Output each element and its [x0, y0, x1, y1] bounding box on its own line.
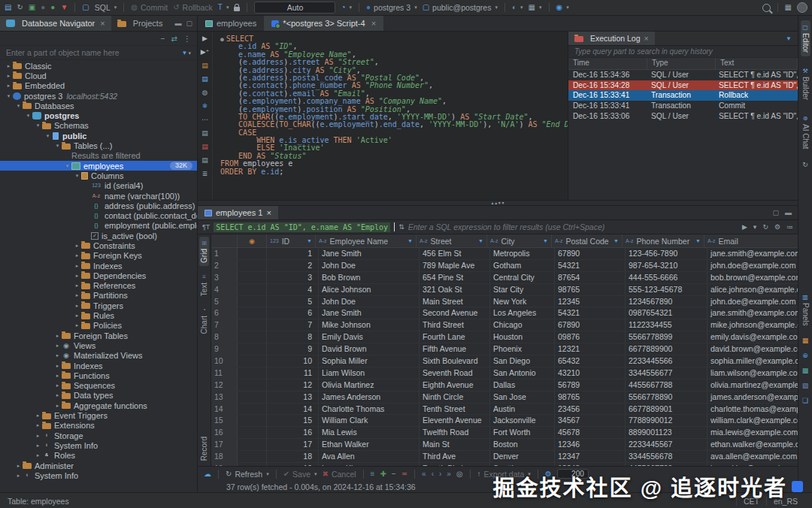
- cell-id[interactable]: 11: [267, 367, 319, 379]
- cell-email[interactable]: jane.smith@example.com: [707, 307, 798, 319]
- row-marker-header[interactable]: ◉: [238, 234, 267, 247]
- presentation-icon[interactable]: ◐▾: [512, 3, 523, 12]
- tree-item-postgres-3[interactable]: ▾postgres 3localhost:5432: [0, 91, 197, 101]
- tree-item-constraints[interactable]: ▸Constraints: [0, 240, 197, 250]
- tab-database-navigator[interactable]: Database Navigator ×: [0, 16, 111, 31]
- tree-item-foreign-keys[interactable]: ▸Foreign Keys: [0, 251, 197, 261]
- cell-street[interactable]: Fourth Lane: [420, 331, 490, 343]
- twistie-icon[interactable]: ▸: [73, 283, 81, 289]
- twistie-icon[interactable]: ▸: [34, 452, 42, 458]
- cell-city[interactable]: Phoenix: [490, 343, 555, 355]
- cell-city[interactable]: Star City: [490, 284, 555, 295]
- twistie-icon[interactable]: ▸: [73, 303, 81, 309]
- minimize-icon[interactable]: ▬: [174, 20, 181, 27]
- cell-street[interactable]: Ninth Circle: [420, 392, 490, 403]
- collapse-all-icon[interactable]: −: [161, 35, 165, 43]
- tree-item-rules[interactable]: ▸Rules: [0, 310, 197, 320]
- tree-item-col-contact[interactable]: {}contact (public.contact_details): [0, 210, 197, 220]
- cell-email[interactable]: james.anderson@example.com: [707, 392, 798, 403]
- log-row[interactable]: Dec-16 15:34:36SQL / UserSELECT ¶ e.id A…: [568, 70, 798, 80]
- cell-city[interactable]: Fort Worth: [490, 427, 555, 438]
- cell-phone-number[interactable]: 7788990012: [626, 415, 707, 426]
- layout-icon[interactable]: ▦▾: [529, 3, 542, 12]
- save-button[interactable]: ✔Save▾: [283, 470, 317, 479]
- database-selector[interactable]: ●postgres 3▾: [366, 3, 417, 12]
- cell-id[interactable]: 8: [267, 331, 319, 343]
- cell-email[interactable]: emily.davis@example.com: [707, 331, 798, 343]
- cell-email[interactable]: sophia.miller@example.com: [707, 355, 798, 367]
- cell-email[interactable]: bob.brown@example.com: [707, 272, 798, 283]
- cell-city[interactable]: San Antonio: [490, 367, 555, 379]
- cell-street[interactable]: Seventh Road: [420, 367, 490, 379]
- cell-postal-code[interactable]: 65432: [555, 355, 626, 367]
- twistie-icon[interactable]: ▸: [73, 322, 81, 328]
- close-icon[interactable]: ×: [644, 34, 649, 43]
- cell-postal-code[interactable]: 87654: [555, 272, 626, 283]
- keyboard-icon[interactable]: ▨: [802, 382, 809, 389]
- cell-employee-name[interactable]: William Clark: [319, 415, 420, 426]
- add-panel-icon[interactable]: ⊕: [802, 352, 808, 359]
- cell-city[interactable]: Houston: [490, 331, 555, 343]
- close-icon[interactable]: ×: [100, 19, 105, 28]
- view-tab-chart[interactable]: ◔Chart: [199, 304, 209, 337]
- column-header-id[interactable]: 123ID▼: [267, 234, 316, 247]
- rollback-button[interactable]: ↺Rollback: [173, 3, 213, 12]
- sync-icon[interactable]: ⇄: [171, 35, 177, 43]
- cell-email[interactable]: john.doe@example.com: [707, 260, 798, 271]
- cell-phone-number[interactable]: 6677889900: [626, 343, 707, 355]
- twistie-icon[interactable]: ▾: [53, 143, 62, 149]
- more-dots-icon[interactable]: ⋯: [201, 116, 208, 123]
- cell-street[interactable]: Sixth Boulevard: [420, 355, 490, 367]
- tx-settings-icon[interactable]: T▾: [218, 3, 229, 12]
- cell-email[interactable]: ethan.walker@example.com: [707, 439, 798, 450]
- cell-employee-name[interactable]: James Anderson: [319, 392, 420, 403]
- cell-email[interactable]: mia.lewis@example.com: [707, 427, 798, 438]
- twistie-icon[interactable]: ▸: [73, 292, 81, 298]
- next-page-icon[interactable]: ›: [439, 470, 441, 479]
- cell-postal-code[interactable]: 67890: [555, 248, 626, 259]
- tree-note-filtered[interactable]: Results are filtered: [0, 151, 197, 161]
- filter-caret-icon[interactable]: ▼: [695, 238, 701, 243]
- filter-sql-text[interactable]: SELECT e.id AS "ID", e.name AS "Employ: [214, 222, 390, 232]
- tree-item-col-address[interactable]: {}address (public.address): [0, 201, 197, 210]
- twistie-icon[interactable]: ▾: [63, 163, 71, 169]
- reload-rows-icon[interactable]: ≡: [371, 470, 375, 479]
- cell-street[interactable]: Second Avenue: [420, 307, 490, 319]
- cell-employee-name[interactable]: Charlotte Thomas: [319, 404, 420, 415]
- cell-phone-number[interactable]: 4455667788: [626, 379, 707, 391]
- view-tab-grid[interactable]: ⊞Grid: [199, 237, 209, 266]
- cell-employee-name[interactable]: Jane Smith: [319, 307, 420, 319]
- doc-error-icon[interactable]: ▤: [201, 143, 208, 150]
- project-widget-icon[interactable]: ▤: [5, 3, 11, 12]
- avatar[interactable]: [797, 2, 807, 13]
- tree-item-col-id[interactable]: 123id (serial4): [0, 181, 197, 191]
- table-row[interactable]: 44Alice Johnson321 Oak StStar City987655…: [211, 284, 798, 296]
- table-row[interactable]: 11Jane Smith456 Elm StMetropolis67890123…: [211, 248, 798, 260]
- cell-id[interactable]: 18: [267, 451, 319, 462]
- cell-email[interactable]: jane.smith@example.com: [707, 248, 798, 259]
- cell-street[interactable]: Fifth Avenue: [420, 343, 490, 355]
- tree-item-functions[interactable]: ▸Functions: [0, 370, 197, 380]
- cell-street[interactable]: Tenth Street: [420, 404, 490, 415]
- table-row[interactable]: 1717Ethan WalkerMain StBoston12346223344…: [211, 439, 798, 451]
- history-icon[interactable]: ↻: [762, 223, 768, 231]
- cell-street[interactable]: Twelfth Road: [420, 427, 490, 438]
- cell-id[interactable]: 13: [267, 392, 319, 403]
- cell-phone-number[interactable]: 987-654-3210: [626, 260, 707, 271]
- cell-id[interactable]: 12: [267, 379, 319, 391]
- column-header-street[interactable]: A-zStreet▼: [417, 234, 487, 247]
- twistie-icon[interactable]: ▸: [73, 243, 81, 249]
- cell-id[interactable]: 15: [267, 415, 319, 426]
- filter-caret-icon[interactable]: ▼: [614, 238, 619, 243]
- float-icon[interactable]: ▢: [186, 20, 192, 27]
- filter-history-icon[interactable]: ¶T: [202, 223, 210, 231]
- cell-city[interactable]: Los Angeles: [490, 307, 555, 319]
- cell-phone-number[interactable]: 8899001123: [626, 427, 707, 438]
- cell-phone-number[interactable]: 2233445567: [626, 439, 707, 450]
- table-row[interactable]: 1616Mia LewisTwelfth RoadFort Worth45678…: [211, 427, 798, 439]
- cell-id[interactable]: 5: [267, 296, 319, 307]
- cell-email[interactable]: alice.johnson@example.com: [707, 284, 798, 295]
- tree-item-classic[interactable]: ▸Classic: [0, 61, 197, 71]
- cell-postal-code[interactable]: 98765: [555, 284, 626, 295]
- cell-employee-name[interactable]: John Doe: [319, 296, 420, 307]
